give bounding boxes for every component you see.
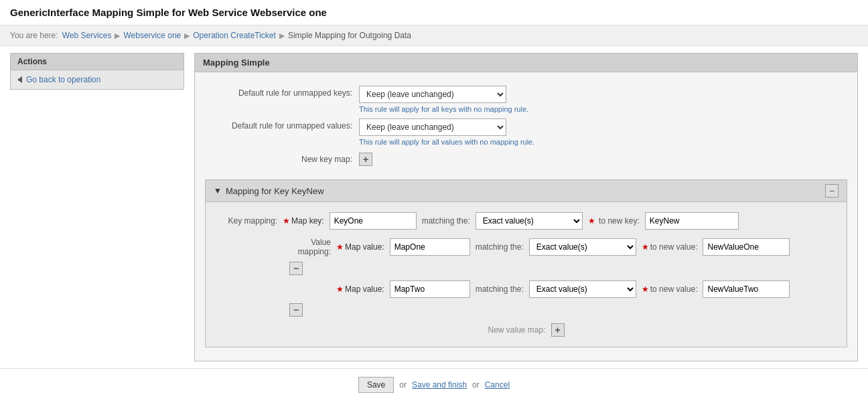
value-row-1: ★ Map value: matching the: Exact value(s… xyxy=(216,280,837,298)
map-value-1-label: ★ Map value: xyxy=(336,284,384,294)
value-mapping-section: Value mapping: ★ Map value: matching the… xyxy=(216,238,837,337)
required-star-to-new-key: ★ xyxy=(588,216,595,226)
mapping-simple-header: Mapping Simple xyxy=(194,53,858,72)
breadcrumb: You are here: Web Services ▶ Webservice … xyxy=(0,25,868,46)
new-value-map-row: New value map: + xyxy=(216,323,837,337)
matching-the-value-0-label: matching the: xyxy=(476,242,524,252)
matching-the-value-1-select[interactable]: Exact value(s)Starts withEnds withContai… xyxy=(529,280,636,298)
remove-value-0-button[interactable]: − xyxy=(289,262,303,275)
default-values-field-group: Keep (leave unchanged)Ignore (drop key/v… xyxy=(359,118,534,146)
new-key-map-row: New key map: + xyxy=(205,153,847,166)
value-mapping-label: Value mapping: xyxy=(283,238,336,256)
map-value-0-input[interactable] xyxy=(390,238,470,256)
default-keys-hint: This rule will apply for all keys with n… xyxy=(359,105,528,113)
new-value-map-add-button[interactable]: + xyxy=(551,323,565,337)
matching-the-value-1-label: matching the: xyxy=(476,284,524,294)
default-keys-field-group: Keep (leave unchanged)Ignore (drop key/v… xyxy=(359,86,528,113)
default-keys-row: Default rule for unmapped keys: Keep (le… xyxy=(205,86,847,113)
footer-bar: Save or Save and finish or Cancel xyxy=(0,368,868,401)
map-key-label-text: Map key: xyxy=(291,216,324,226)
sidebar-actions: Go back to operation xyxy=(10,70,184,90)
go-back-label: Go back to operation xyxy=(26,75,100,84)
default-values-select[interactable]: Keep (leave unchanged)Ignore (drop key/v… xyxy=(359,118,506,136)
default-keys-select[interactable]: Keep (leave unchanged)Ignore (drop key/v… xyxy=(359,86,506,103)
mapping-block-title: ▼ Mapping for Key KeyNew xyxy=(214,186,324,196)
breadcrumb-link-web-services[interactable]: Web Services xyxy=(62,31,112,40)
required-star-map-key: ★ xyxy=(283,216,290,226)
default-values-row: Default rule for unmapped values: Keep (… xyxy=(205,118,847,146)
map-key-input[interactable] xyxy=(330,212,417,230)
breadcrumb-current: Simple Mapping for Outgoing Data xyxy=(288,31,411,40)
key-mapping-label: Key mapping: xyxy=(216,216,283,226)
footer-or-1: or xyxy=(399,380,407,390)
breadcrumb-item-operation[interactable]: Operation CreateTicket xyxy=(193,31,276,40)
footer-or-2: or xyxy=(472,380,480,390)
key-mapping-fields: ★ Map key: matching the: Exact value(s)S… xyxy=(283,212,739,230)
breadcrumb-item-web-services[interactable]: Web Services xyxy=(62,31,112,40)
matching-the-value-0-select[interactable]: Exact value(s)Starts withEnds withContai… xyxy=(529,238,636,256)
main-layout: Actions Go back to operation Mapping Sim… xyxy=(0,46,868,368)
value-row-1-inner: ★ Map value: matching the: Exact value(s… xyxy=(336,280,790,298)
to-new-key-label: to new key: xyxy=(599,216,640,226)
mapping-block-body: Key mapping: ★ Map key: matching the: Ex… xyxy=(206,202,847,347)
breadcrumb-item-webservice-one[interactable]: Webservice one xyxy=(123,31,181,40)
mapping-block: ▼ Mapping for Key KeyNew − Key mapping: … xyxy=(205,179,847,347)
required-star-value-0: ★ xyxy=(336,242,344,252)
new-key-map-add-button[interactable]: + xyxy=(359,153,372,166)
breadcrumb-link-webservice-one[interactable]: Webservice one xyxy=(123,31,181,40)
map-key-field-label: ★ Map key: xyxy=(283,216,324,226)
content-area: Mapping Simple Default rule for unmapped… xyxy=(194,53,858,361)
mapping-block-collapse-button[interactable]: − xyxy=(825,184,839,197)
breadcrumb-arrow-2: ▶ xyxy=(184,31,190,40)
to-new-value-0-input[interactable] xyxy=(703,238,790,256)
go-back-button[interactable]: Go back to operation xyxy=(11,70,184,89)
to-new-key-input[interactable] xyxy=(645,212,739,230)
sidebar: Actions Go back to operation xyxy=(10,53,184,361)
to-new-value-0-label: ★to new value: xyxy=(642,242,698,252)
value-row-0: Value mapping: ★ Map value: matching the… xyxy=(216,238,837,256)
default-values-label: Default rule for unmapped values: xyxy=(205,118,359,131)
mapping-simple-body: Default rule for unmapped keys: Keep (le… xyxy=(194,72,858,361)
remove-value-1-button[interactable]: − xyxy=(289,303,303,317)
default-keys-label: Default rule for unmapped keys: xyxy=(205,86,359,98)
minus-row-0: − xyxy=(216,262,837,275)
new-key-map-label: New key map: xyxy=(205,155,359,164)
mapping-block-header: ▼ Mapping for Key KeyNew − xyxy=(206,180,847,202)
value-row-0-inner: ★ Map value: matching the: Exact value(s… xyxy=(336,238,790,256)
you-are-here-label: You are here: xyxy=(10,31,58,40)
to-new-key-label-text: ★ to new key: xyxy=(588,216,640,226)
key-mapping-row: Key mapping: ★ Map key: matching the: Ex… xyxy=(216,212,837,230)
breadcrumb-link-operation[interactable]: Operation CreateTicket xyxy=(193,31,276,40)
cancel-button[interactable]: Cancel xyxy=(485,380,510,390)
arrow-left-icon xyxy=(17,76,22,83)
map-value-1-input[interactable] xyxy=(390,280,470,298)
new-value-map-label: New value map: xyxy=(488,325,545,335)
to-new-value-1-label: ★to new value: xyxy=(642,284,698,294)
save-and-finish-button[interactable]: Save and finish xyxy=(412,380,467,390)
mapping-block-title-text: Mapping for Key KeyNew xyxy=(226,186,324,196)
collapse-icon[interactable]: ▼ xyxy=(214,186,222,195)
matching-the-label-text: matching the: xyxy=(422,216,470,226)
map-value-0-label: ★ Map value: xyxy=(336,242,384,252)
matching-the-select[interactable]: Exact value(s)Starts withEnds withContai… xyxy=(476,212,583,230)
minus-row-1: − xyxy=(216,303,837,317)
page-title: GenericInterface Mapping Simple for Web … xyxy=(0,0,868,25)
required-star-value-1: ★ xyxy=(336,284,344,294)
save-button[interactable]: Save xyxy=(358,377,394,393)
default-values-hint: This rule will apply for all values with… xyxy=(359,138,534,146)
breadcrumb-arrow-1: ▶ xyxy=(115,31,120,40)
sidebar-section-title: Actions xyxy=(10,53,184,70)
to-new-value-1-input[interactable] xyxy=(703,280,790,298)
breadcrumb-arrow-3: ▶ xyxy=(279,31,285,40)
